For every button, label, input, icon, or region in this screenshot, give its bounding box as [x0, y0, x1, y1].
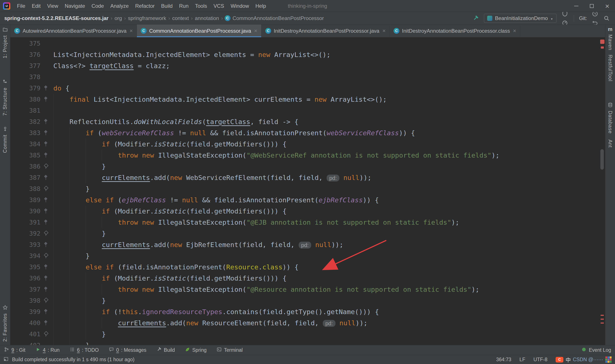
code-line[interactable]: 398} [10, 295, 600, 306]
breadcrumb-item[interactable]: context [172, 15, 189, 21]
editor-tab[interactable]: CommonAnnotationBeanPostProcessor.java [137, 25, 261, 37]
line-separator[interactable]: LF [520, 357, 525, 363]
gutter-flag-marker-icon[interactable] [44, 208, 48, 214]
code-line[interactable]: 392} [10, 228, 600, 239]
code-editor-area[interactable]: 375376List<InjectionMetadata.InjectedEle… [10, 38, 600, 345]
code-line[interactable]: 377Class<?> targetClass = clazz; [10, 60, 600, 71]
tool-window-button-todo[interactable]: 6: TODO [69, 347, 99, 353]
tool-window-button--project[interactable]: 1: Project [2, 27, 8, 58]
tool-window-quick-access-icon[interactable] [3, 356, 9, 363]
gutter-flag-marker-icon[interactable] [44, 119, 48, 125]
code-line[interactable]: 391throw new IllegalStateException("@EJB… [10, 217, 600, 228]
breadcrumb-item[interactable]: springframework [128, 15, 167, 21]
menu-navigate[interactable]: Navigate [62, 0, 88, 12]
gutter-home-marker-icon[interactable] [44, 253, 48, 259]
error-stripe-mark[interactable] [601, 319, 604, 320]
error-stripe-mark[interactable] [601, 323, 604, 324]
gutter-flag-marker-icon[interactable] [44, 286, 48, 292]
code-line[interactable]: 394} [10, 250, 600, 261]
caret-position[interactable]: 364:73 [496, 357, 511, 363]
gutter-home-marker-icon[interactable] [44, 231, 48, 236]
event-log-button[interactable]: Event Log [581, 347, 611, 353]
gutter-flag-marker-icon[interactable] [44, 264, 48, 270]
gutter-flag-marker-icon[interactable] [44, 242, 48, 247]
code-line[interactable]: 388} [10, 183, 600, 194]
menu-run[interactable]: Run [176, 0, 192, 12]
code-line[interactable]: 390if (Modifier.isStatic(field.getModifi… [10, 206, 600, 217]
code-line[interactable]: 380final List<InjectionMetadata.Injected… [10, 94, 600, 105]
menu-refactor[interactable]: Refactor [132, 0, 158, 12]
gutter-flag-marker-icon[interactable] [44, 320, 48, 326]
code-line[interactable]: 396if (Modifier.isStatic(field.getModifi… [10, 273, 600, 284]
menu-build[interactable]: Build [158, 0, 176, 12]
gutter-flag-marker-icon[interactable] [44, 220, 48, 225]
editor-tab[interactable]: AutowiredAnnotationBeanPostProcessor.jav… [10, 25, 137, 37]
gutter-flag-marker-icon[interactable] [44, 197, 48, 203]
close-icon[interactable] [513, 27, 516, 34]
code-line[interactable]: 389else if (ejbRefClass != null && field… [10, 194, 600, 206]
code-line[interactable]: 387currElements.add(new WebServiceRefEle… [10, 172, 600, 183]
tool-window-button--favorites[interactable]: 2: Favorites [2, 305, 8, 342]
code-line[interactable]: 395else if (field.isAnnotationPresent(Re… [10, 261, 600, 273]
gutter-flag-marker-icon[interactable] [44, 97, 48, 102]
menu-tools[interactable]: Tools [192, 0, 210, 12]
editor-tab[interactable]: InitDestroyAnnotationBeanPostProcessor.c… [390, 25, 520, 37]
code-line[interactable]: 379do { [10, 83, 600, 94]
close-button[interactable] [600, 0, 615, 12]
code-line[interactable]: 382ReflectionUtils.doWithLocalFields(tar… [10, 116, 600, 127]
menu-analyze[interactable]: Analyze [107, 0, 132, 12]
code-line[interactable]: 400currElements.add(new ResourceElement(… [10, 317, 600, 328]
code-line[interactable]: 375 [10, 38, 600, 49]
menu-help[interactable]: Help [252, 0, 269, 12]
code-line[interactable]: 384if (Modifier.isStatic(field.getModifi… [10, 138, 600, 150]
error-indicator-badge[interactable] [600, 39, 604, 44]
minimize-button[interactable] [569, 0, 584, 12]
code-line[interactable]: 385throw new IllegalStateException("@Web… [10, 150, 600, 161]
editor-scrollbar[interactable] [600, 149, 604, 170]
gutter-flag-marker-icon[interactable] [44, 309, 48, 314]
gutter-flag-marker-icon[interactable] [44, 85, 48, 91]
menu-vcs[interactable]: VCS [210, 0, 227, 12]
tool-window-button-spring[interactable]: Spring [185, 347, 207, 353]
code-line[interactable]: 376List<InjectionMetadata.InjectedElemen… [10, 49, 600, 60]
tool-window-button-git[interactable]: 9: Git [4, 347, 25, 353]
run-configuration-select[interactable]: BeanInitializationDemo [484, 14, 556, 23]
tool-window-button-maven[interactable]: mMaven [607, 26, 613, 50]
editor-tab[interactable]: InitDestroyAnnotationBeanPostProcessor.j… [261, 25, 390, 37]
tool-window-button-commit[interactable]: Commit [2, 126, 8, 153]
close-icon[interactable] [254, 27, 257, 34]
breadcrumb-item[interactable]: CommonAnnotationBeanPostProcessor [232, 15, 324, 21]
tool-window-button-database[interactable]: Database [607, 102, 613, 133]
error-stripe-mark[interactable] [601, 315, 604, 316]
gutter-home-marker-icon[interactable] [44, 164, 48, 169]
code-line[interactable]: 381 [10, 105, 600, 116]
gutter-home-marker-icon[interactable] [44, 186, 48, 192]
close-icon[interactable] [130, 27, 133, 34]
gutter-flag-marker-icon[interactable] [44, 175, 48, 180]
gutter-flag-marker-icon[interactable] [44, 141, 48, 147]
code-line[interactable]: 386} [10, 161, 600, 172]
search-everywhere-button[interactable] [602, 14, 611, 23]
code-line[interactable]: 383if (webServiceRefClass != null && fie… [10, 127, 600, 138]
menu-code[interactable]: Code [88, 0, 107, 12]
code-line[interactable]: 401} [10, 328, 600, 340]
code-line[interactable]: 378 [10, 71, 600, 83]
gutter-flag-marker-icon[interactable] [44, 152, 48, 158]
tool-window-button-ant[interactable]: Ant [607, 140, 613, 148]
breadcrumb-item[interactable]: annotation [195, 15, 219, 21]
gutter-home-marker-icon[interactable] [44, 298, 48, 303]
menu-file[interactable]: File [14, 0, 29, 12]
menu-edit[interactable]: Edit [29, 0, 44, 12]
menu-window[interactable]: Window [227, 0, 252, 12]
tool-window-button-restfultool[interactable]: RestfulTool [607, 55, 613, 81]
tool-window-button-terminal[interactable]: Terminal [216, 347, 243, 353]
tool-window-button--structure[interactable]: 7: Structure [2, 79, 8, 116]
code-line[interactable]: 397throw new IllegalStateException("@Res… [10, 284, 600, 295]
gutter-flag-marker-icon[interactable] [44, 275, 48, 281]
maximize-button[interactable] [584, 0, 600, 12]
code-line[interactable]: 402} [10, 340, 600, 345]
build-project-button[interactable] [471, 14, 480, 23]
tool-window-button-build[interactable]: Build [156, 347, 175, 353]
code-line[interactable]: 393currElements.add(new EjbRefElement(fi… [10, 239, 600, 250]
gutter-flag-marker-icon[interactable] [44, 130, 48, 136]
